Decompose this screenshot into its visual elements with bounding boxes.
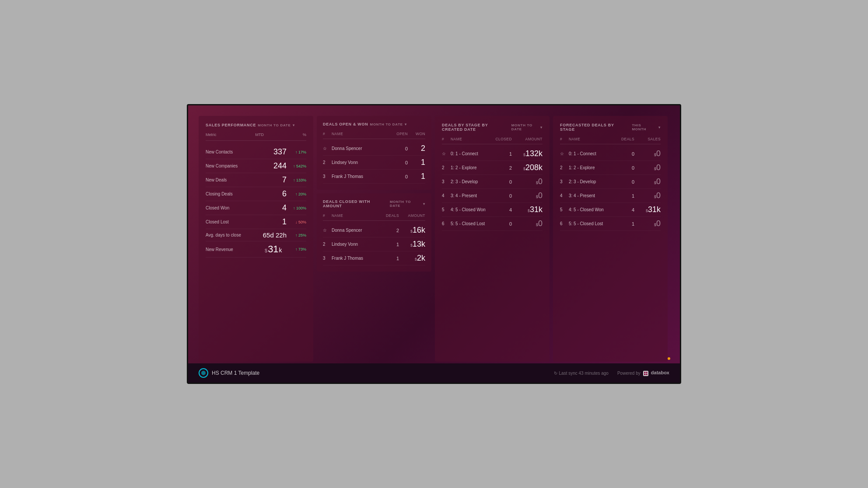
footer-right: ↻ Last sync 43 minutes ago Powered by da… — [554, 370, 669, 376]
forecast-row-3: 3 2: 3 - Develop 0 $0 — [560, 175, 661, 189]
powered-by-label: Powered by — [617, 371, 640, 376]
deals-column: DEALS OPEN & WON MONTH TO DATE ▾ # NAME … — [317, 116, 431, 362]
screen: SALES PERFORMANCE MONTH TO DATE ▾ Metric… — [187, 104, 681, 384]
metric-row-new-revenue: New Revenue $31k 73% — [206, 241, 306, 258]
forecast-row-1: ☆ 0: 1 - Connect 0 $0 — [560, 147, 661, 161]
svg-rect-2 — [646, 372, 648, 373]
deals-closed-row-1: ☆ Donna Spencer 2 $16k — [323, 223, 425, 237]
stage-row-1: ☆ 0: 1 - Connect 1 $132k — [442, 147, 542, 161]
stage-row-6: 6 5: 5 - Closed Lost 0 $0 — [442, 217, 542, 231]
deals-by-stage-title: DEALS BY STAGE BY CREATED DATE MONTH TO … — [442, 123, 542, 132]
sales-performance-panel: SALES PERFORMANCE MONTH TO DATE ▾ Metric… — [199, 116, 313, 362]
svg-rect-4 — [646, 373, 648, 375]
deals-open-won-title: DEALS OPEN & WON MONTH TO DATE ▾ — [323, 122, 425, 126]
metric-row-new-contacts: New Contacts 337 17% — [206, 145, 306, 159]
metric-row-closed-won: Closed Won 4 100% — [206, 201, 306, 215]
metric-row-closed-lost: Closed Lost 1 50% — [206, 215, 306, 229]
footer: HS CRM 1 Template ↻ Last sync 43 minutes… — [188, 363, 680, 383]
metric-row-closing-deals: Closing Deals 6 20% — [206, 187, 306, 201]
forecasted-deals-title: FORECASTED DEALS BY STAGE THIS MONTH ▾ — [560, 123, 661, 132]
deals-closed-panel: DEALS CLOSED WITH AMOUNT MONTH TO DATE ▾… — [317, 193, 431, 272]
logo-inner — [201, 371, 206, 375]
dashboard: SALES PERFORMANCE MONTH TO DATE ▾ Metric… — [188, 105, 680, 363]
deals-closed-row-2: 2 Lindsey Vonn 1 $13k — [323, 237, 425, 251]
forecast-row-4: 4 3: 4 - Present 1 $0 — [560, 189, 661, 203]
forecasted-header: # NAME DEALS SALES — [560, 137, 661, 144]
deals-open-won-row-1: ☆ Donna Spencer 0 2 — [323, 142, 425, 156]
orange-dot — [668, 357, 670, 360]
metric-row-new-deals: New Deals 7 133% — [206, 173, 306, 187]
stage-row-2: 2 1: 2 - Explore 2 $208k — [442, 161, 542, 175]
app-title: HS CRM 1 Template — [212, 370, 259, 376]
app-logo — [199, 368, 208, 378]
powered-by: Powered by databox — [617, 370, 669, 376]
forecast-row-6: 6 5: 5 - Closed Lost 1 $0 — [560, 217, 661, 231]
sync-icon: ↻ — [554, 371, 557, 376]
deals-closed-title: DEALS CLOSED WITH AMOUNT MONTH TO DATE ▾ — [323, 199, 425, 208]
deals-open-won-row-2: 2 Lindsey Vonn 0 1 — [323, 156, 425, 170]
forecast-row-2: 2 1: 2 - Explore 0 $0 — [560, 161, 661, 175]
svg-rect-3 — [644, 373, 646, 375]
deals-open-won-panel: DEALS OPEN & WON MONTH TO DATE ▾ # NAME … — [317, 116, 431, 190]
deals-closed-header: # NAME DEALS AMOUNT — [323, 213, 425, 221]
deals-open-won-row-3: 3 Frank J Thomas 0 1 — [323, 170, 425, 184]
svg-rect-0 — [643, 371, 648, 376]
sales-table-header: Metric MTD % — [206, 132, 306, 141]
metric-row-new-companies: New Companies 244 542% — [206, 159, 306, 173]
stage-row-5: 5 4: 5 - Closed Won 4 $31k — [442, 203, 542, 217]
footer-left: HS CRM 1 Template — [199, 368, 259, 378]
deals-by-stage-header: # NAME CLOSED AMOUNT — [442, 137, 542, 144]
databox-logo: databox — [643, 370, 669, 376]
metric-row-avg-days: Avg. days to close 65d 22h 25% — [206, 229, 306, 241]
sync-text: Last sync 43 minutes ago — [559, 371, 609, 376]
deals-closed-row-3: 3 Frank J Thomas 1 $2k — [323, 251, 425, 265]
sync-info: ↻ Last sync 43 minutes ago — [554, 371, 609, 376]
deals-by-stage-panel: DEALS BY STAGE BY CREATED DATE MONTH TO … — [435, 116, 550, 362]
sales-performance-title: SALES PERFORMANCE MONTH TO DATE ▾ — [206, 123, 306, 127]
stage-row-4: 4 3: 4 - Present 0 $0 — [442, 189, 542, 203]
deals-open-won-header: # NAME OPEN WON — [323, 132, 425, 139]
svg-rect-1 — [644, 372, 646, 373]
stage-row-3: 3 2: 3 - Develop 0 $0 — [442, 175, 542, 189]
forecasted-deals-panel: FORECASTED DEALS BY STAGE THIS MONTH ▾ #… — [553, 116, 668, 362]
forecast-row-5: 5 4: 5 - Closed Won 4 $31k — [560, 203, 661, 217]
